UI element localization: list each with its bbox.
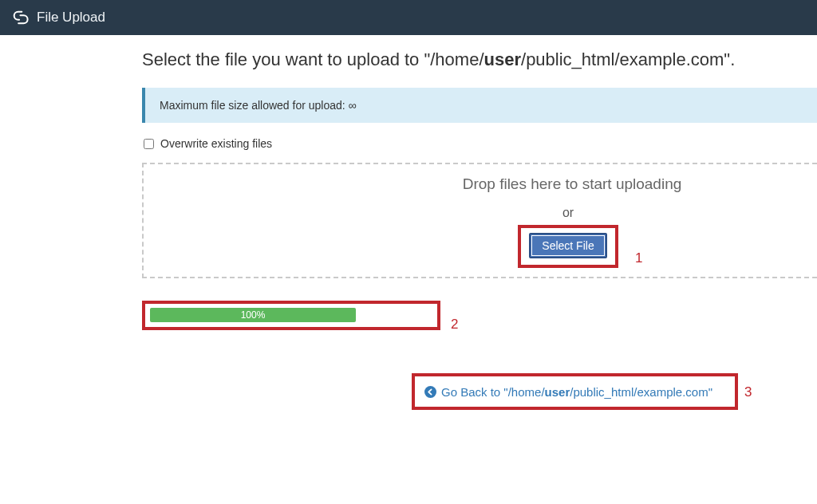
main-content: Select the file you want to upload to "/… [0,35,817,410]
page-heading: Select the file you want to upload to "/… [142,49,817,70]
arrow-left-circle-icon [424,386,436,398]
go-back-link[interactable]: Go Back to "/home/user/public_html/examp… [424,385,712,399]
progress-area: 100% [142,301,817,330]
heading-prefix: Select the file you want to upload to "/… [142,49,484,69]
back-suffix: /public_html/example.com" [570,385,712,399]
file-dropzone[interactable]: Drop files here to start uploading or Se… [142,163,817,278]
footer-area: Go Back to "/home/user/public_html/examp… [142,373,817,410]
annotation-box-3: Go Back to "/home/user/public_html/examp… [412,373,738,410]
annotation-box-1: Select File [518,225,618,268]
upload-progress-bar: 100% [150,308,356,322]
overwrite-label: Overwrite existing files [160,137,272,150]
overwrite-checkbox[interactable] [144,139,154,149]
or-text: or [387,206,574,220]
annotation-label-1: 1 [635,250,642,266]
annotation-box-2: 100% [142,301,440,330]
annotation-label-2: 2 [451,317,458,333]
max-filesize-info: Maximum file size allowed for upload: ∞ [142,88,817,123]
heading-user: user [484,49,521,69]
info-text: Maximum file size allowed for upload: ∞ [160,99,357,112]
overwrite-row[interactable]: Overwrite existing files [142,137,817,150]
header-title: File Upload [37,10,105,26]
select-file-button[interactable]: Select File [529,233,606,258]
heading-suffix: /public_html/example.com". [521,49,735,69]
drop-text: Drop files here to start uploading [279,175,682,193]
back-user: user [545,385,570,399]
back-prefix: Go Back to "/home/ [441,385,545,399]
annotation-label-3: 3 [744,384,752,400]
app-header: File Upload [0,0,817,35]
cpanel-logo-icon [11,9,29,26]
